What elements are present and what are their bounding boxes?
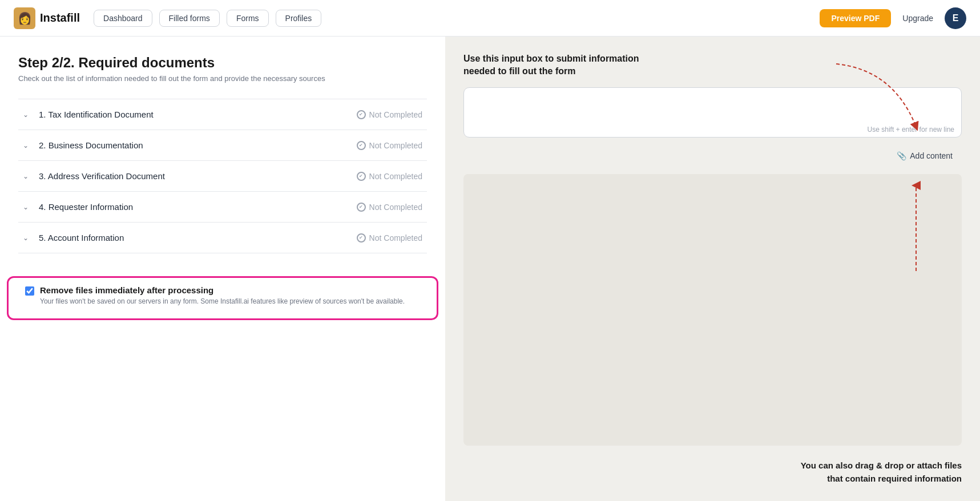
remove-files-checkbox[interactable] (25, 286, 34, 296)
doc-status-5: ✔ Not Completed (357, 233, 422, 243)
main-layout: Step 2/2. Required documents Check out t… (0, 37, 980, 501)
nav-profiles[interactable]: Profiles (276, 10, 322, 27)
input-box-wrapper: Use shift + enter for new line (463, 87, 962, 138)
logo-text: Instafill (40, 11, 80, 25)
logo-emoji: 👩 (18, 11, 32, 25)
chevron-icon-5: ⌄ (23, 234, 32, 242)
input-hint: Use this input box to submit information… (463, 52, 669, 78)
doc-item-5[interactable]: ⌄ 5. Account Information ✔ Not Completed (18, 223, 427, 253)
doc-name-2: 2. Business Documentation (39, 140, 143, 150)
vertical-arrow-annotation (905, 174, 927, 277)
status-circle-2: ✔ (357, 141, 366, 150)
doc-item-4[interactable]: ⌄ 4. Requester Information ✔ Not Complet… (18, 192, 427, 223)
add-content-button[interactable]: 📎 Add content (888, 147, 962, 165)
input-box[interactable] (464, 88, 961, 122)
doc-left-2: ⌄ 2. Business Documentation (23, 140, 143, 150)
status-label-4: Not Completed (369, 203, 422, 212)
doc-name-1: 1. Tax Identification Document (39, 110, 154, 119)
doc-left-4: ⌄ 4. Requester Information (23, 202, 133, 212)
doc-item-2[interactable]: ⌄ 2. Business Documentation ✔ Not Comple… (18, 130, 427, 161)
status-label-1: Not Completed (369, 110, 422, 119)
doc-name-5: 5. Account Information (39, 233, 124, 243)
checkbox-area: Remove files immediately after processin… (18, 276, 427, 314)
chevron-icon-3: ⌄ (23, 172, 32, 180)
status-circle-3: ✔ (357, 172, 366, 181)
status-circle-1: ✔ (357, 110, 366, 119)
nav-forms[interactable]: Forms (227, 10, 269, 27)
logo-area: 👩 Instafill (14, 7, 80, 29)
doc-status-2: ✔ Not Completed (357, 141, 422, 150)
status-label-3: Not Completed (369, 172, 422, 181)
doc-left-3: ⌄ 3. Address Verification Document (23, 171, 165, 181)
doc-left-5: ⌄ 5. Account Information (23, 233, 124, 243)
upgrade-button[interactable]: Upgrade (898, 10, 938, 26)
doc-name-3: 3. Address Verification Document (39, 171, 165, 181)
doc-left-1: ⌄ 1. Tax Identification Document (23, 110, 154, 119)
header: 👩 Instafill Dashboard Filled forms Forms… (0, 0, 980, 37)
status-label-5: Not Completed (369, 233, 422, 243)
checkbox-hint: Your files won't be saved on our servers… (40, 297, 405, 305)
left-panel: Step 2/2. Required documents Check out t… (0, 37, 445, 501)
right-panel: Use this input box to submit information… (445, 37, 980, 501)
header-right: Preview PDF Upgrade E (820, 7, 966, 29)
status-label-2: Not Completed (369, 141, 422, 150)
doc-name-4: 4. Requester Information (39, 202, 133, 212)
step-title: Step 2/2. Required documents (18, 55, 427, 71)
drag-drop-hint: You can also drag & drop or attach files… (463, 459, 962, 485)
preview-pdf-button[interactable]: Preview PDF (820, 9, 891, 27)
avatar[interactable]: E (945, 7, 966, 29)
right-top-area: Use this input box to submit information… (463, 52, 962, 78)
shift-enter-hint: Use shift + enter for new line (868, 126, 954, 134)
step-subtitle: Check out the list of information needed… (18, 74, 427, 83)
checkbox-label: Remove files immediately after processin… (40, 285, 405, 295)
add-content-label: Add content (910, 151, 953, 160)
nav-dashboard[interactable]: Dashboard (94, 10, 152, 27)
content-area (463, 174, 962, 446)
nav-filled-forms[interactable]: Filled forms (159, 10, 220, 27)
chevron-icon-2: ⌄ (23, 142, 32, 150)
doc-status-3: ✔ Not Completed (357, 172, 422, 181)
input-box-footer: Use shift + enter for new line (464, 122, 961, 137)
chevron-icon-1: ⌄ (23, 111, 32, 119)
bottom-section: Remove files immediately after processin… (18, 276, 427, 314)
doc-item-1[interactable]: ⌄ 1. Tax Identification Document ✔ Not C… (18, 99, 427, 130)
chevron-icon-4: ⌄ (23, 203, 32, 211)
add-content-icon: 📎 (897, 151, 906, 160)
doc-status-4: ✔ Not Completed (357, 203, 422, 212)
doc-status-1: ✔ Not Completed (357, 110, 422, 119)
drag-hint-text: You can also drag & drop or attach files… (801, 460, 962, 483)
doc-item-3[interactable]: ⌄ 3. Address Verification Document ✔ Not… (18, 161, 427, 192)
document-list: ⌄ 1. Tax Identification Document ✔ Not C… (18, 99, 427, 253)
status-circle-5: ✔ (357, 233, 366, 243)
status-circle-4: ✔ (357, 203, 366, 212)
logo-image: 👩 (14, 7, 35, 29)
